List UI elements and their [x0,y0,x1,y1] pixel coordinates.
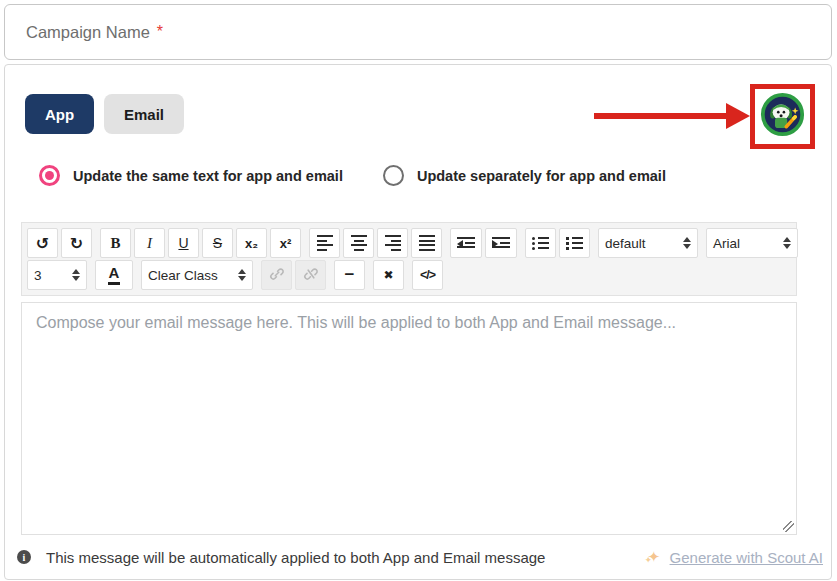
annotation-highlight-box [750,84,815,149]
insert-link-button[interactable] [261,260,292,290]
paragraph-style-dropdown[interactable]: default [598,228,698,258]
indent-icon [492,235,510,251]
superscript-button[interactable]: x² [270,228,301,258]
info-note: i This message will be automatically app… [17,549,545,566]
code-view-button[interactable]: </> [412,260,443,290]
align-justify-button[interactable] [411,228,442,258]
scout-ai-dog-icon[interactable] [760,92,805,141]
message-compose-area[interactable]: Compose your email message here. This wi… [21,302,797,535]
align-center-button[interactable] [343,228,374,258]
underline-button[interactable]: U [168,228,199,258]
align-right-icon [385,233,401,252]
font-size-value: 3 [34,268,42,283]
bold-button[interactable]: B [100,228,131,258]
font-family-dropdown[interactable]: Arial [706,228,798,258]
link-icon [269,266,285,285]
font-color-icon: A [108,265,121,285]
campaign-name-input[interactable]: Campaign Name * [4,4,832,60]
horizontal-rule-button[interactable]: − [334,260,365,290]
redo-button[interactable]: ↻ [61,228,92,258]
font-size-dropdown[interactable]: 3 [27,260,87,290]
ordered-list-icon [566,236,583,251]
update-mode-radio-group: Update the same text for app and email U… [39,165,666,186]
radio-update-same-label: Update the same text for app and email [73,168,343,184]
compose-placeholder: Compose your email message here. This wi… [36,314,676,331]
align-left-icon [317,233,333,252]
radio-update-separate[interactable]: Update separately for app and email [383,165,666,186]
radio-update-same[interactable]: Update the same text for app and email [39,165,343,186]
tab-app[interactable]: App [25,94,94,134]
paragraph-style-value: default [605,236,646,251]
radio-unselected-icon[interactable] [383,165,404,186]
generate-with-scout-ai-link[interactable]: ✦ ✦ Generate with Scout AI [645,548,823,566]
italic-button[interactable]: I [134,228,165,258]
align-right-button[interactable] [377,228,408,258]
resize-handle[interactable] [783,521,794,532]
clear-class-dropdown[interactable]: Clear Class [141,260,253,290]
unordered-list-icon [532,236,549,251]
align-justify-icon [419,233,435,252]
clear-class-value: Clear Class [148,268,218,283]
required-asterisk: * [157,23,163,41]
outdent-icon [457,235,475,251]
font-color-button[interactable]: A [95,260,133,290]
panel-footer: i This message will be automatically app… [17,548,823,566]
rich-text-editor: ↺ ↻ B I U S x₂ x² [21,222,797,535]
tab-email[interactable]: Email [104,94,184,134]
campaign-name-placeholder: Campaign Name [26,23,150,42]
unordered-list-button[interactable] [525,228,556,258]
clear-formatting-button[interactable]: ✖ [373,260,404,290]
campaign-editor-panel: App Email Update the same [4,64,832,580]
annotation-arrow-head [726,103,750,129]
sparkles-icon: ✦ ✦ [645,548,665,566]
info-icon: i [17,550,31,564]
radio-update-separate-label: Update separately for app and email [417,168,666,184]
dropdown-arrows-icon [683,237,691,249]
align-center-icon [351,233,367,252]
align-left-button[interactable] [309,228,340,258]
dropdown-arrows-icon [238,269,246,281]
annotation-arrow-shaft [594,113,726,119]
undo-button[interactable]: ↺ [27,228,58,258]
unlink-icon [303,266,319,285]
editor-toolbar: ↺ ↻ B I U S x₂ x² [21,222,797,296]
generate-link-label: Generate with Scout AI [670,549,823,566]
indent-button[interactable] [485,228,517,258]
strikethrough-button[interactable]: S [202,228,233,258]
dropdown-arrows-icon [783,237,791,249]
radio-selected-icon[interactable] [39,165,60,186]
subscript-button[interactable]: x₂ [236,228,267,258]
font-family-value: Arial [713,236,740,251]
outdent-button[interactable] [450,228,482,258]
info-note-text: This message will be automatically appli… [46,549,545,566]
unlink-button[interactable] [295,260,326,290]
ordered-list-button[interactable] [559,228,590,258]
dropdown-arrows-icon [72,269,80,281]
